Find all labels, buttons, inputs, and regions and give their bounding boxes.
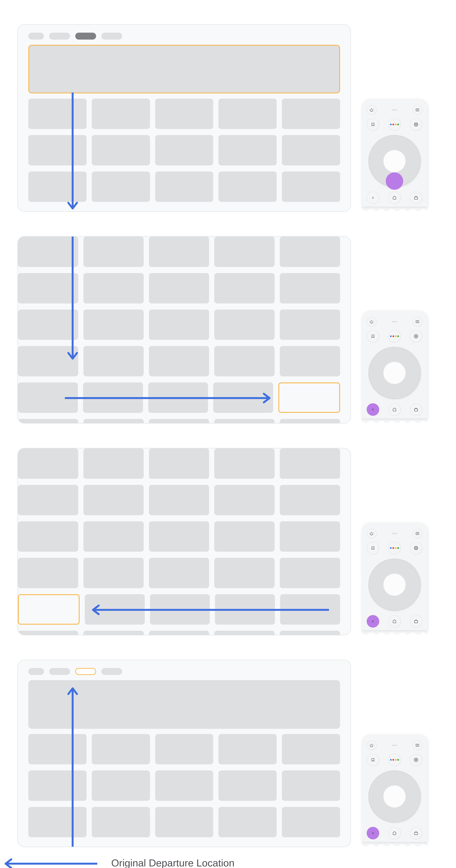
tile[interactable] xyxy=(92,172,150,202)
tile[interactable] xyxy=(214,521,275,552)
settings-button[interactable] xyxy=(410,118,422,131)
tile[interactable] xyxy=(92,734,150,764)
tile[interactable] xyxy=(219,770,277,801)
tile[interactable] xyxy=(280,346,340,376)
tile[interactable] xyxy=(280,237,340,267)
tile[interactable] xyxy=(83,631,144,636)
tile[interactable] xyxy=(214,419,275,424)
tile[interactable] xyxy=(155,172,213,202)
tile[interactable] xyxy=(92,770,150,801)
home-button[interactable] xyxy=(388,403,401,416)
tile[interactable] xyxy=(83,310,144,340)
input-button[interactable] xyxy=(412,317,422,327)
tile[interactable] xyxy=(18,448,78,479)
tile[interactable] xyxy=(280,631,340,636)
tile[interactable] xyxy=(280,310,340,340)
tile[interactable] xyxy=(149,346,209,376)
tile[interactable] xyxy=(149,558,209,588)
tile[interactable] xyxy=(280,485,340,515)
tile[interactable] xyxy=(282,172,340,202)
tv-button[interactable] xyxy=(410,403,422,416)
tile[interactable] xyxy=(280,521,340,552)
bookmark-button[interactable] xyxy=(367,118,379,131)
power-button[interactable] xyxy=(367,740,376,750)
input-button[interactable] xyxy=(412,740,422,750)
back-button[interactable] xyxy=(367,191,379,204)
tile[interactable] xyxy=(282,135,340,165)
settings-button[interactable] xyxy=(410,753,422,766)
assistant-button[interactable] xyxy=(388,118,401,131)
tile-focused[interactable] xyxy=(18,594,80,625)
tile[interactable] xyxy=(83,448,144,479)
tv-button[interactable] xyxy=(410,827,422,839)
input-button[interactable] xyxy=(412,529,422,538)
tab-3-focused[interactable] xyxy=(75,668,96,675)
dpad[interactable] xyxy=(368,770,421,823)
tile[interactable] xyxy=(280,448,340,479)
tile[interactable] xyxy=(219,734,277,764)
tile[interactable] xyxy=(219,172,277,202)
tile[interactable] xyxy=(219,99,277,129)
dpad[interactable] xyxy=(368,135,421,187)
tile[interactable] xyxy=(83,485,144,515)
bookmark-button[interactable] xyxy=(367,753,379,766)
tile[interactable] xyxy=(155,734,213,764)
home-button[interactable] xyxy=(388,191,401,204)
tab-2[interactable] xyxy=(49,33,70,39)
tile[interactable] xyxy=(282,734,340,764)
tv-button[interactable] xyxy=(410,191,422,204)
dpad-select[interactable] xyxy=(383,150,406,173)
tab-2[interactable] xyxy=(49,668,70,675)
tile[interactable] xyxy=(214,558,275,588)
tile[interactable] xyxy=(282,770,340,801)
back-button-highlighted[interactable] xyxy=(367,615,379,627)
input-button[interactable] xyxy=(412,105,422,115)
settings-button[interactable] xyxy=(410,542,422,554)
back-button-highlighted[interactable] xyxy=(367,827,379,839)
tile[interactable] xyxy=(83,237,144,267)
assistant-button[interactable] xyxy=(388,330,401,342)
tile[interactable] xyxy=(155,807,213,837)
tile[interactable] xyxy=(92,99,150,129)
tab-1[interactable] xyxy=(28,668,44,675)
tile[interactable] xyxy=(92,135,150,165)
tile[interactable] xyxy=(149,419,209,424)
dpad-select[interactable] xyxy=(383,574,406,596)
tile[interactable] xyxy=(214,273,275,304)
tile[interactable] xyxy=(214,237,275,267)
tile[interactable] xyxy=(149,521,209,552)
tile[interactable] xyxy=(219,807,277,837)
tile[interactable] xyxy=(18,419,78,424)
tile[interactable] xyxy=(214,448,275,479)
tile[interactable] xyxy=(149,273,209,304)
tile[interactable] xyxy=(18,558,78,588)
tile[interactable] xyxy=(149,485,209,515)
tile[interactable] xyxy=(280,273,340,304)
tile[interactable] xyxy=(155,135,213,165)
tile[interactable] xyxy=(83,273,144,304)
home-button[interactable] xyxy=(388,615,401,627)
bookmark-button[interactable] xyxy=(367,542,379,554)
tile[interactable] xyxy=(149,631,209,636)
tile[interactable] xyxy=(18,631,78,636)
tile[interactable] xyxy=(18,521,78,552)
tile[interactable] xyxy=(219,135,277,165)
tile[interactable] xyxy=(83,346,144,376)
tile[interactable] xyxy=(214,485,275,515)
tv-button[interactable] xyxy=(410,615,422,627)
dpad-select[interactable] xyxy=(383,785,406,808)
tile[interactable] xyxy=(155,770,213,801)
bookmark-button[interactable] xyxy=(367,330,379,342)
tile[interactable] xyxy=(18,485,78,515)
dpad[interactable] xyxy=(368,559,421,611)
hero-banner-focused[interactable] xyxy=(28,45,340,93)
tile[interactable] xyxy=(149,448,209,479)
power-button[interactable] xyxy=(367,529,376,538)
home-button[interactable] xyxy=(388,827,401,839)
tile[interactable] xyxy=(83,521,144,552)
tile[interactable] xyxy=(214,310,275,340)
dpad-select[interactable] xyxy=(383,362,406,384)
assistant-button[interactable] xyxy=(388,753,401,766)
tile-focused[interactable] xyxy=(278,382,340,413)
tab-1[interactable] xyxy=(28,33,44,39)
